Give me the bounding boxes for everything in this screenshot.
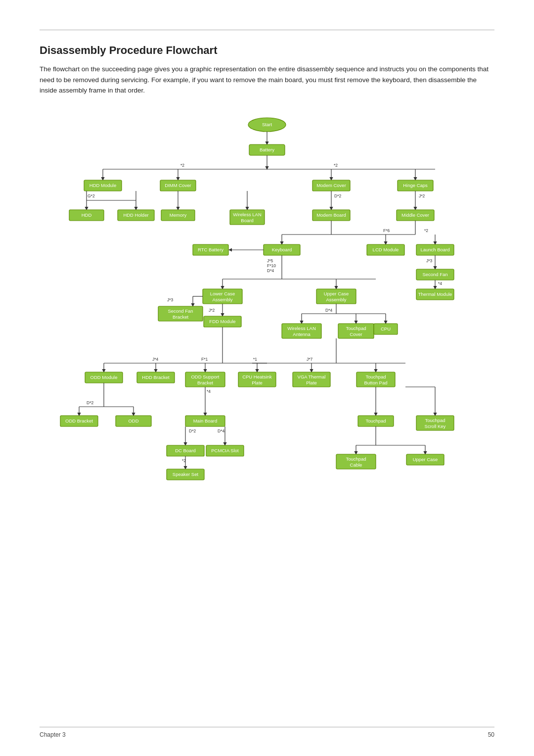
node-hingecaps-label: Hinge Caps [403,182,428,188]
label-secondfan-j3: J*3 [426,258,433,263]
page: Disassembly Procedure Flowchart The flow… [0,0,534,756]
label-vga-j7: J*7 [307,357,313,362]
label-dimm-2: *2 [180,163,184,168]
node-cpu-label: CPU [381,326,391,331]
label-fdd-j2: J*2 [209,308,215,313]
label-pcmcia-d4: D*4 [218,428,224,433]
label-hddbracket-j4: J*4 [152,357,159,362]
footer-right: 50 [488,731,494,738]
node-uppercase-label: Upper Case [413,456,438,462]
node-modemboard-label: Modem Board [316,212,346,217]
label-lcd-f6: F*6 [383,228,390,233]
label-oddbracket-d2: D*2 [87,400,93,405]
node-tpadcable-label1: Touchpad [346,456,366,461]
node-dimmcover-label: DIMM Cover [165,182,191,188]
node-hddmodule-label: HDD Module [89,182,116,188]
node-cpuhs-label1: CPU Heatsink [242,374,272,379]
label-thermal-4: *4 [438,281,442,286]
node-rtcbattery-label: RTC Battery [198,246,223,252]
label-dcboard-d2: D*2 [189,428,196,433]
label-launch-2: *2 [424,228,428,233]
node-wlant-label2: Antenna [293,331,311,336]
label-cpuhs-1: *1 [253,357,257,362]
node-sfbracket-label2: Bracket [173,314,189,319]
flowchart-svg: Start Battery *2 *2 HDD Module [40,111,494,630]
node-odd-label: ODD [128,418,138,423]
node-mainboard-label: Main Board [193,418,218,423]
node-wlant-label1: Wireless LAN [287,325,316,331]
label-oddsupport-f1: F*1 [201,357,208,362]
node-tpadscroll-label2: Scroll Key [425,423,446,428]
label-wlant-d4: D*4 [325,308,332,313]
label-modemboard-d2: D*2 [334,193,341,198]
label-kbd-d4: D*4 [267,268,274,273]
node-launchboard-label: Launch Board [420,246,449,252]
node-tpadcover-label2: Cover [350,331,362,336]
node-modemcover-label: Modem Cover [316,182,346,188]
label-hingecaps-j2: J*2 [419,193,425,198]
node-oddmodule-label: ODD Module [90,374,118,379]
node-memory-label: Memory [170,212,187,217]
label-kbd-f10: F*10 [267,263,276,268]
label-g2: G*2 [88,193,95,198]
node-dcboard-label: DC Board [175,447,196,453]
node-battery-label: Battery [260,146,274,152]
node-tpadbtnpad-label1: Touchpad [365,374,386,379]
footer-left: Chapter 3 [40,731,66,738]
node-wlanboard-label2: Board [241,217,253,223]
node-thermalmodule-label: Thermal Module [418,291,452,296]
node-uppercaseasm-label1: Upper Case [324,290,349,296]
node-tpadscroll-label1: Touchpad [425,417,445,423]
node-middlecover-label: Middle Cover [401,212,429,217]
intro-text: The flowchart on the succeeding page giv… [40,64,494,96]
label-kbd-j5: J*5 [267,258,273,263]
node-lcdmodule-label: LCD Module [373,246,399,252]
node-touchpad-label: Touchpad [365,418,386,423]
node-hdd-label: HDD [82,212,92,217]
node-fddmodule-label: FDD Module [209,318,235,324]
node-tpadbtnpad-label2: Button Pad [364,379,387,385]
node-secondfan-label: Second Fan [422,271,447,277]
footer: Chapter 3 50 [40,727,494,738]
label-modem-2: *2 [334,163,338,168]
node-lowercase-label1: Lower Case [210,290,235,296]
node-lowercase-label2: Assembly [212,296,232,302]
node-oddsupport-label2: Bracket [197,379,214,385]
node-keyboard-label: Keyboard [272,246,292,252]
node-tpadcover-label1: Touchpad [346,325,366,331]
node-uppercaseasm-label2: Assembly [326,296,346,302]
node-start-label: Start [262,121,272,127]
node-hddholder-label: HDD Holder [123,212,148,217]
node-wlanboard-label1: Wireless LAN [233,211,262,217]
node-vgatp-label1: VGA Thermal [298,374,326,379]
flowchart-container: Start Battery *2 *2 HDD Module [40,111,494,630]
node-sfbracket-label1: Second Fan [168,308,193,313]
node-oddbracket-label: ODD Bracket [65,418,93,423]
node-speakerset-label: Speaker Set [173,471,199,476]
label-sfb-j3: J*3 [167,297,174,302]
node-tpadcable-label2: Cable [350,462,362,467]
node-hddbracket-label: HDD Bracket [142,374,170,379]
label-mainboard-4: *4 [207,389,211,394]
node-pcmcia-label: PCMCIA Slot [211,447,239,453]
page-title: Disassembly Procedure Flowchart [40,44,494,57]
node-cpuhs-label2: Plate [252,379,263,385]
node-oddsupport-label1: ODD Support [191,374,219,379]
top-divider [40,30,494,30]
node-vgatp-label2: Plate [306,379,317,385]
